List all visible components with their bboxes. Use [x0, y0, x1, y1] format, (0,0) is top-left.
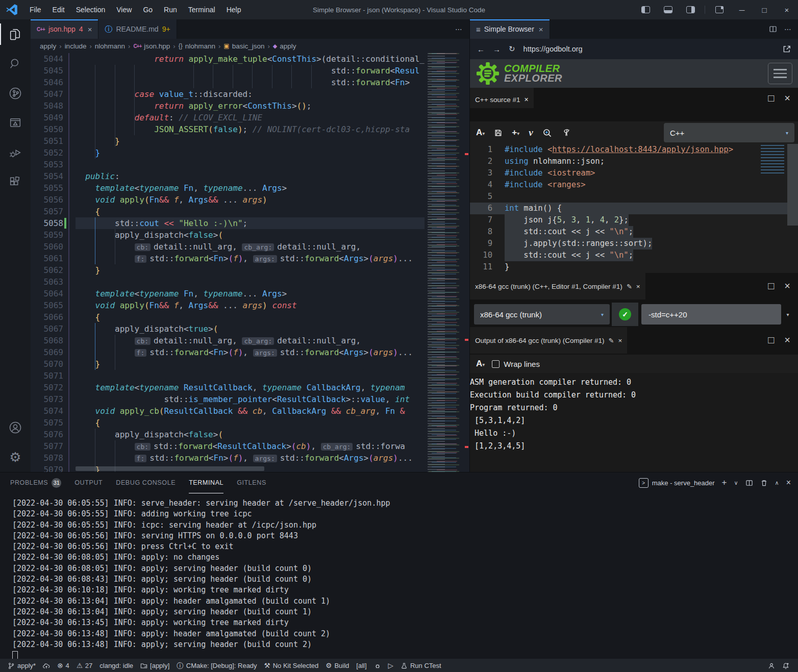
- status-item-cmake-launch[interactable]: ▷: [385, 662, 397, 669]
- code-line[interactable]: 5058 std::cout << "Hello :-)\n";: [31, 217, 469, 229]
- code-line[interactable]: 5065 void apply(Fn&& f, Args&& ... args)…: [31, 300, 469, 311]
- menu-selection[interactable]: Selection: [71, 4, 111, 16]
- code-editor[interactable]: 5044 return apply_make_tuple<ConstThis>(…: [31, 53, 469, 472]
- close-window-button[interactable]: ×: [776, 0, 798, 19]
- code-line[interactable]: 5074 void apply_cb(ResultCallback && cb,…: [31, 405, 469, 417]
- code-line[interactable]: 5045 std::forward<Resul: [31, 65, 469, 77]
- panel-tab-debug-console[interactable]: DEBUG CONSOLE: [116, 472, 176, 493]
- breadcrumb-item[interactable]: include: [65, 42, 87, 50]
- tab-output[interactable]: Output of x86-64 gcc (trunk) (Compiler #…: [470, 327, 627, 354]
- tab-readme.md[interactable]: ⓘREADME.md9+: [98, 19, 177, 39]
- compiler-explorer-logo[interactable]: COMPILER EXPLORER: [476, 62, 562, 85]
- compiler-select[interactable]: x86-64 gcc (trunk) ▾: [474, 304, 610, 325]
- forward-icon[interactable]: →: [493, 45, 501, 54]
- code-line[interactable]: 5057 {: [31, 206, 469, 217]
- close-pane-icon[interactable]: ×: [784, 334, 790, 346]
- close-icon[interactable]: ×: [618, 337, 622, 344]
- code-line[interactable]: 5053: [31, 159, 469, 170]
- source-control-icon[interactable]: [0, 79, 31, 108]
- code-line[interactable]: 5076 apply_dispatch<false>(: [31, 429, 469, 440]
- code-line[interactable]: 5070 }: [31, 358, 469, 370]
- breadcrumb-item[interactable]: {}nlohmann: [179, 42, 215, 50]
- code-line[interactable]: 5049 default: // LCOV_EXCL_LINE: [31, 112, 469, 123]
- code-line[interactable]: 5078 f:std::forward<Fn>(f), args:std::fo…: [31, 452, 469, 464]
- font-size-button[interactable]: A▾: [476, 128, 485, 138]
- toggle-secondary-sidebar-button[interactable]: [679, 0, 702, 19]
- editor-actions-more-icon[interactable]: ⋯: [784, 25, 791, 33]
- status-item-active-folder[interactable]: [apply]: [137, 662, 173, 669]
- menu-help[interactable]: Help: [221, 4, 246, 16]
- breadcrumb-item[interactable]: C++json.hpp: [133, 42, 170, 50]
- toggle-panel-button[interactable]: [657, 0, 679, 19]
- horizontal-scrollbar[interactable]: [76, 466, 264, 471]
- status-item-sync[interactable]: [39, 662, 54, 669]
- customize-layout-button[interactable]: [708, 0, 731, 19]
- code-line[interactable]: 5046 std::forward<Fn>: [31, 77, 469, 88]
- code-line[interactable]: 5067 apply_dispatch<true>(: [31, 323, 469, 335]
- maximize-button[interactable]: □: [753, 0, 776, 19]
- code-line[interactable]: 5064 template<typename Fn, typename... A…: [31, 288, 469, 300]
- status-item-cmake-status[interactable]: ⓘCMake: [Debug]: Ready: [173, 662, 260, 669]
- extensions-icon[interactable]: [0, 167, 31, 197]
- add-pane-button[interactable]: +▾: [512, 128, 519, 138]
- kill-terminal-icon[interactable]: [760, 479, 768, 487]
- rename-icon[interactable]: ✎: [627, 283, 632, 290]
- menu-go[interactable]: Go: [138, 4, 158, 16]
- code-line[interactable]: 6int main() {: [470, 203, 798, 214]
- font-size-button[interactable]: A▾: [476, 359, 485, 369]
- close-panel-icon[interactable]: ×: [786, 478, 791, 487]
- code-line[interactable]: 5069 f:std::forward<Fn>(f), args:std::fo…: [31, 346, 469, 358]
- code-line[interactable]: 5052 }: [31, 147, 469, 159]
- maximize-pane-icon[interactable]: □: [768, 280, 774, 292]
- terminal-dropdown-icon[interactable]: ∨: [734, 480, 738, 486]
- maximize-pane-icon[interactable]: □: [768, 92, 774, 104]
- code-line[interactable]: 1#include <https://localhost:8443/apply/…: [470, 144, 798, 156]
- mascot-icon[interactable]: [561, 128, 570, 137]
- panel-tab-gitlens[interactable]: GITLENS: [237, 472, 266, 493]
- godbolt-source-editor[interactable]: 1#include <https://localhost:8443/apply/…: [470, 144, 798, 273]
- code-line[interactable]: 5077 cb:std::forward<ResultCallback>(cb)…: [31, 440, 469, 452]
- status-item-cmake-kit[interactable]: ⚒No Kit Selected: [261, 662, 322, 669]
- explorer-icon[interactable]: [0, 19, 31, 49]
- minimize-button[interactable]: ─: [731, 0, 753, 19]
- menu-view[interactable]: View: [111, 4, 137, 16]
- reload-icon[interactable]: ↻: [509, 44, 515, 54]
- close-icon[interactable]: ×: [636, 283, 640, 290]
- tab-json.hpp[interactable]: C++json.hpp4×: [31, 19, 98, 39]
- hamburger-menu-icon[interactable]: [768, 63, 792, 84]
- code-line[interactable]: 5048 return apply_error<ConstThis>();: [31, 100, 469, 112]
- maximize-panel-icon[interactable]: ∧: [775, 480, 779, 486]
- code-line[interactable]: 5: [470, 191, 798, 203]
- code-line[interactable]: 8 std::cout << j << "\n";: [470, 226, 798, 238]
- status-item-problems-errors[interactable]: ⊗4: [54, 662, 73, 669]
- panel-tab-terminal[interactable]: TERMINAL: [189, 472, 223, 493]
- status-item-notifications[interactable]: [779, 662, 793, 669]
- breadcrumb-item[interactable]: apply: [40, 42, 56, 50]
- code-line[interactable]: 5051 }: [31, 135, 469, 147]
- close-icon[interactable]: ×: [88, 25, 92, 34]
- status-item-problems-warnings[interactable]: ⚠27: [73, 662, 96, 669]
- zoom-search-icon[interactable]: [542, 128, 552, 138]
- status-item-feedback[interactable]: [764, 662, 779, 669]
- minimap[interactable]: [425, 53, 469, 472]
- status-item-clangd-status[interactable]: clangd: idle: [96, 662, 137, 669]
- tab-simple-browser[interactable]: ≡ Simple Browser ×: [470, 19, 550, 39]
- menu-terminal[interactable]: Terminal: [183, 4, 220, 16]
- new-terminal-icon[interactable]: +: [722, 478, 727, 488]
- code-line[interactable]: 5072 template<typename ResultCallback, t…: [31, 382, 469, 393]
- code-line[interactable]: 5073 std::is_member_pointer<ResultCallba…: [31, 393, 469, 405]
- menu-edit[interactable]: Edit: [47, 4, 70, 16]
- menu-file[interactable]: File: [24, 4, 46, 16]
- breadcrumb-item[interactable]: nlohmann: [95, 42, 125, 50]
- code-line[interactable]: 5066 {: [31, 311, 469, 323]
- toggle-sidebar-button[interactable]: [634, 0, 657, 19]
- save-icon[interactable]: [494, 129, 503, 137]
- search-icon[interactable]: [0, 49, 31, 79]
- accounts-icon[interactable]: [0, 413, 31, 442]
- status-item-cmake-target[interactable]: [all]: [353, 662, 370, 669]
- tab-compiler[interactable]: x86-64 gcc (trunk) (C++, Editor #1, Comp…: [470, 273, 645, 300]
- compiler-options-input[interactable]: -std=c++20: [641, 304, 781, 325]
- code-line[interactable]: 9 j.apply(std::ranges::sort);: [470, 238, 798, 250]
- code-line[interactable]: 5055 template<typename Fn, typename... A…: [31, 182, 469, 194]
- code-line[interactable]: 5075 {: [31, 417, 469, 429]
